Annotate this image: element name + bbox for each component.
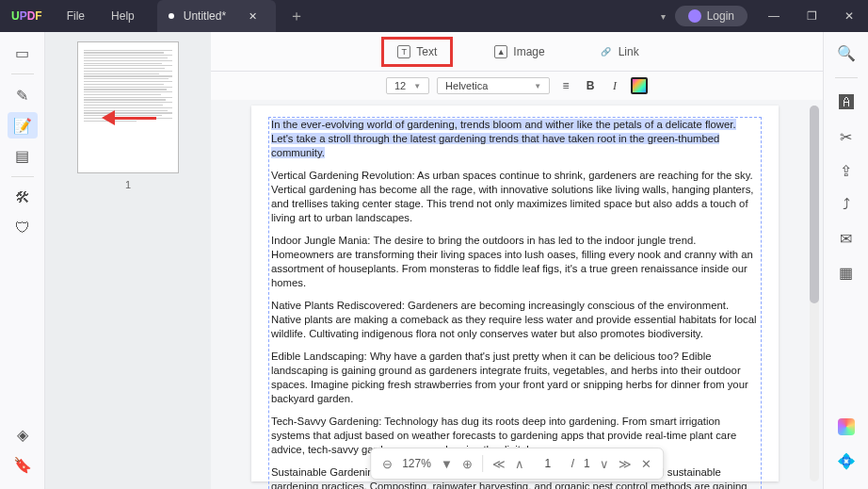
- paragraph[interactable]: Native Plants Rediscovered: Gardeners ar…: [271, 299, 759, 341]
- edit-type-toolbar: T Text ▲ Image 🔗 Link: [211, 32, 823, 72]
- print-button[interactable]: ▦: [831, 259, 861, 285]
- page-thumbnail[interactable]: [77, 41, 179, 173]
- comment-mode-button[interactable]: ✎: [8, 82, 38, 108]
- paragraph[interactable]: Indoor Jungle Mania: The desire to bring…: [271, 234, 759, 290]
- share-button[interactable]: ⤴: [831, 191, 861, 218]
- page-nav-bar: ⊖ 127% ▼ ⊕ ≪ ∧ / 1 ∨ ≫ ✕: [370, 448, 664, 480]
- font-size-dropdown[interactable]: 12▼: [386, 77, 429, 94]
- last-page-button[interactable]: ≫: [619, 457, 632, 471]
- email-button[interactable]: ✉: [831, 225, 861, 252]
- editor-area: T Text ▲ Image 🔗 Link 12▼ Helvetica▼ ≡ B…: [211, 32, 823, 489]
- layers-button[interactable]: ◈: [8, 421, 38, 448]
- close-nav-button[interactable]: ✕: [641, 457, 651, 471]
- thumbnail-panel: 1: [45, 32, 211, 489]
- menu-file[interactable]: File: [54, 9, 98, 23]
- protect-button[interactable]: 🛡: [8, 215, 38, 241]
- text-edit-frame[interactable]: In the ever-evolving world of gardening,…: [268, 117, 762, 489]
- page-number-input[interactable]: [534, 457, 562, 470]
- scrollbar-thumb[interactable]: [810, 106, 819, 303]
- ocr-button[interactable]: 🅰: [831, 90, 861, 116]
- zoom-level: 127%: [402, 457, 431, 470]
- ai-assistant-button[interactable]: [831, 414, 861, 440]
- tab-close-button[interactable]: ✕: [249, 10, 257, 23]
- unsaved-dot-icon: [169, 13, 174, 19]
- page-total: 1: [584, 457, 590, 470]
- image-icon: ▲: [494, 45, 507, 58]
- reader-mode-button[interactable]: ▭: [8, 40, 38, 66]
- italic-button[interactable]: I: [606, 77, 623, 94]
- menu-help[interactable]: Help: [98, 9, 148, 23]
- titlebar: UPDF File Help Untitled* ✕ ＋ ▾ Login — ❐…: [0, 0, 868, 32]
- prev-page-button[interactable]: ∧: [515, 457, 524, 471]
- export-button[interactable]: ⇪: [831, 157, 861, 184]
- edit-link-button[interactable]: 🔗 Link: [587, 40, 652, 64]
- avatar-icon: [688, 9, 701, 23]
- paragraph[interactable]: Vertical Gardening Revolution: As urban …: [271, 169, 759, 225]
- search-button[interactable]: 🔍: [831, 40, 861, 66]
- zoom-out-button[interactable]: ⊖: [382, 457, 393, 471]
- document-tab[interactable]: Untitled* ✕: [157, 0, 276, 32]
- crop-button[interactable]: ✂: [831, 123, 861, 150]
- text-color-button[interactable]: [631, 77, 648, 94]
- paragraph[interactable]: Edible Landscaping: Why have a garden th…: [271, 350, 759, 406]
- chevron-down-icon[interactable]: ▾: [661, 11, 666, 22]
- close-window-button[interactable]: ✕: [830, 9, 868, 23]
- left-toolbar: ▭ ✎ 📝 ▤ 🛠 🛡 ◈ 🔖: [0, 32, 45, 489]
- link-icon: 🔗: [600, 45, 613, 58]
- next-page-button[interactable]: ∨: [600, 457, 609, 471]
- edit-text-button[interactable]: T Text: [381, 37, 453, 67]
- minimize-button[interactable]: —: [755, 9, 793, 23]
- zoom-dropdown[interactable]: ▼: [441, 457, 453, 471]
- app-logo: UPDF: [0, 9, 54, 23]
- tools-button[interactable]: 🛠: [8, 185, 38, 211]
- document-page[interactable]: In the ever-evolving world of gardening,…: [251, 106, 779, 481]
- thumbnail-page-number: 1: [125, 179, 131, 190]
- bold-button[interactable]: B: [582, 77, 599, 94]
- align-button[interactable]: ≡: [557, 77, 574, 94]
- bookmarks-button[interactable]: 🔖: [8, 451, 38, 478]
- right-toolbar: 🔍 🅰 ✂ ⇪ ⤴ ✉ ▦ 💠: [823, 32, 868, 489]
- vertical-scrollbar[interactable]: [810, 106, 819, 481]
- first-page-button[interactable]: ≪: [492, 457, 506, 471]
- login-button[interactable]: Login: [675, 6, 747, 26]
- organize-pages-button[interactable]: ▤: [8, 142, 38, 169]
- text-icon: T: [397, 45, 410, 58]
- zoom-in-button[interactable]: ⊕: [462, 457, 473, 471]
- new-tab-button[interactable]: ＋: [289, 7, 304, 26]
- edit-mode-button[interactable]: 📝: [8, 112, 38, 139]
- annotation-arrow: [102, 110, 156, 125]
- tab-title: Untitled*: [184, 9, 226, 23]
- format-toolbar: 12▼ Helvetica▼ ≡ B I: [211, 72, 823, 100]
- font-family-dropdown[interactable]: Helvetica▼: [437, 77, 550, 94]
- edit-image-button[interactable]: ▲ Image: [481, 40, 557, 64]
- ai-chat-button[interactable]: 💠: [831, 448, 861, 474]
- selected-text[interactable]: In the ever-evolving world of gardening,…: [271, 119, 736, 158]
- maximize-button[interactable]: ❐: [793, 9, 830, 23]
